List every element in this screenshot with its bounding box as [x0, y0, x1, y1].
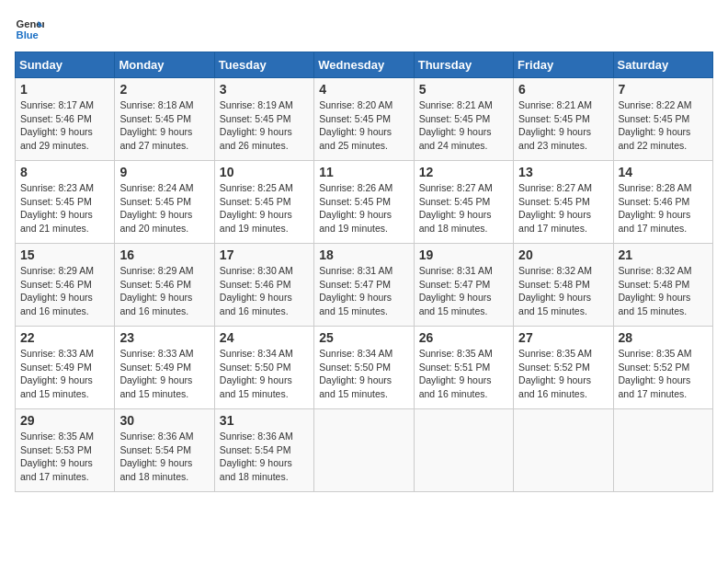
sunrise-label: Sunrise: 8:36 AM — [220, 431, 293, 442]
sunrise-label: Sunrise: 8:21 AM — [419, 99, 493, 110]
daylight-label: Daylight: 9 hours and 24 minutes. — [419, 126, 492, 151]
sunset-label: Sunset: 5:46 PM — [20, 113, 92, 124]
day-info: Sunrise: 8:36 AM Sunset: 5:54 PM Dayligh… — [220, 430, 309, 484]
calendar-cell: 30 Sunrise: 8:36 AM Sunset: 5:54 PM Dayl… — [115, 409, 214, 492]
daylight-label: Daylight: 9 hours and 15 minutes. — [419, 292, 492, 316]
day-info: Sunrise: 8:27 AM Sunset: 5:45 PM Dayligh… — [419, 181, 508, 236]
calendar-cell — [414, 409, 513, 492]
calendar-cell: 13 Sunrise: 8:27 AM Sunset: 5:45 PM Dayl… — [514, 161, 613, 244]
day-info: Sunrise: 8:20 AM Sunset: 5:45 PM Dayligh… — [319, 98, 408, 153]
day-info: Sunrise: 8:35 AM Sunset: 5:52 PM Dayligh… — [518, 347, 608, 401]
sunset-label: Sunset: 5:47 PM — [419, 279, 491, 290]
day-info: Sunrise: 8:34 AM Sunset: 5:50 PM Dayligh… — [220, 347, 309, 401]
daylight-label: Daylight: 9 hours and 17 minutes. — [518, 209, 591, 234]
calendar-cell: 26 Sunrise: 8:35 AM Sunset: 5:51 PM Dayl… — [414, 327, 513, 409]
sunrise-label: Sunrise: 8:26 AM — [319, 182, 392, 193]
sunset-label: Sunset: 5:45 PM — [220, 113, 291, 124]
daylight-label: Daylight: 9 hours and 21 minutes. — [20, 209, 93, 234]
header-day-saturday: Saturday — [613, 52, 712, 78]
week-row: 29 Sunrise: 8:35 AM Sunset: 5:53 PM Dayl… — [16, 409, 713, 492]
day-number: 30 — [119, 413, 209, 428]
daylight-label: Daylight: 9 hours and 15 minutes. — [119, 374, 192, 399]
daylight-label: Daylight: 9 hours and 15 minutes. — [319, 292, 392, 316]
calendar-table: SundayMondayTuesdayWednesdayThursdayFrid… — [15, 52, 713, 492]
sunset-label: Sunset: 5:45 PM — [619, 113, 690, 124]
sunrise-label: Sunrise: 8:22 AM — [619, 99, 692, 110]
logo-icon: General Blue — [15, 15, 44, 44]
calendar-cell — [514, 409, 613, 492]
sunrise-label: Sunrise: 8:32 AM — [518, 265, 592, 276]
calendar-cell: 22 Sunrise: 8:33 AM Sunset: 5:49 PM Dayl… — [16, 327, 115, 409]
sunset-label: Sunset: 5:52 PM — [518, 362, 590, 373]
daylight-label: Daylight: 9 hours and 15 minutes. — [20, 374, 93, 399]
calendar-cell: 19 Sunrise: 8:31 AM Sunset: 5:47 PM Dayl… — [414, 244, 513, 327]
daylight-label: Daylight: 9 hours and 17 minutes. — [619, 209, 691, 234]
sunrise-label: Sunrise: 8:24 AM — [119, 182, 193, 193]
day-info: Sunrise: 8:21 AM Sunset: 5:45 PM Dayligh… — [518, 98, 608, 153]
daylight-label: Daylight: 9 hours and 16 minutes. — [220, 292, 292, 316]
sunset-label: Sunset: 5:48 PM — [619, 279, 690, 290]
daylight-label: Daylight: 9 hours and 15 minutes. — [220, 374, 292, 399]
day-info: Sunrise: 8:24 AM Sunset: 5:45 PM Dayligh… — [119, 181, 209, 236]
daylight-label: Daylight: 9 hours and 18 minutes. — [119, 457, 192, 482]
sunset-label: Sunset: 5:49 PM — [119, 362, 191, 373]
sunrise-label: Sunrise: 8:27 AM — [518, 182, 592, 193]
calendar-cell: 11 Sunrise: 8:26 AM Sunset: 5:45 PM Dayl… — [314, 161, 414, 244]
sunrise-label: Sunrise: 8:17 AM — [20, 99, 94, 110]
calendar-cell: 7 Sunrise: 8:22 AM Sunset: 5:45 PM Dayli… — [613, 78, 712, 161]
daylight-label: Daylight: 9 hours and 29 minutes. — [20, 126, 93, 151]
daylight-label: Daylight: 9 hours and 16 minutes. — [20, 292, 93, 316]
daylight-label: Daylight: 9 hours and 22 minutes. — [619, 126, 691, 151]
day-number: 21 — [619, 247, 708, 262]
sunrise-label: Sunrise: 8:27 AM — [419, 182, 493, 193]
day-info: Sunrise: 8:19 AM Sunset: 5:45 PM Dayligh… — [220, 98, 309, 153]
day-info: Sunrise: 8:23 AM Sunset: 5:45 PM Dayligh… — [20, 181, 109, 236]
calendar-cell: 24 Sunrise: 8:34 AM Sunset: 5:50 PM Dayl… — [214, 327, 313, 409]
header-day-friday: Friday — [514, 52, 613, 78]
sunrise-label: Sunrise: 8:34 AM — [319, 348, 392, 359]
day-number: 16 — [119, 247, 209, 262]
day-info: Sunrise: 8:36 AM Sunset: 5:54 PM Dayligh… — [119, 430, 209, 484]
sunrise-label: Sunrise: 8:36 AM — [119, 431, 193, 442]
day-number: 20 — [518, 247, 608, 262]
daylight-label: Daylight: 9 hours and 27 minutes. — [119, 126, 192, 151]
sunrise-label: Sunrise: 8:28 AM — [619, 182, 692, 193]
sunset-label: Sunset: 5:45 PM — [518, 196, 590, 207]
daylight-label: Daylight: 9 hours and 16 minutes. — [119, 292, 192, 316]
day-number: 24 — [220, 330, 309, 345]
sunrise-label: Sunrise: 8:25 AM — [220, 182, 293, 193]
day-number: 22 — [20, 330, 109, 345]
sunrise-label: Sunrise: 8:33 AM — [20, 348, 94, 359]
day-number: 13 — [518, 165, 608, 179]
calendar-cell: 21 Sunrise: 8:32 AM Sunset: 5:48 PM Dayl… — [613, 244, 712, 327]
header-day-monday: Monday — [115, 52, 214, 78]
day-number: 8 — [20, 165, 109, 179]
sunrise-label: Sunrise: 8:35 AM — [419, 348, 493, 359]
day-info: Sunrise: 8:35 AM Sunset: 5:52 PM Dayligh… — [619, 347, 708, 401]
day-number: 9 — [119, 165, 209, 179]
day-info: Sunrise: 8:31 AM Sunset: 5:47 PM Dayligh… — [419, 264, 508, 318]
daylight-label: Daylight: 9 hours and 18 minutes. — [419, 209, 492, 234]
calendar-cell: 18 Sunrise: 8:31 AM Sunset: 5:47 PM Dayl… — [314, 244, 414, 327]
calendar-cell: 5 Sunrise: 8:21 AM Sunset: 5:45 PM Dayli… — [414, 78, 513, 161]
calendar-cell: 1 Sunrise: 8:17 AM Sunset: 5:46 PM Dayli… — [16, 78, 115, 161]
day-info: Sunrise: 8:28 AM Sunset: 5:46 PM Dayligh… — [619, 181, 708, 236]
day-number: 5 — [419, 82, 508, 97]
sunset-label: Sunset: 5:54 PM — [220, 444, 291, 455]
calendar-cell — [314, 409, 414, 492]
day-info: Sunrise: 8:17 AM Sunset: 5:46 PM Dayligh… — [20, 98, 109, 153]
day-number: 28 — [619, 330, 708, 345]
calendar-cell: 23 Sunrise: 8:33 AM Sunset: 5:49 PM Dayl… — [115, 327, 214, 409]
week-row: 15 Sunrise: 8:29 AM Sunset: 5:46 PM Dayl… — [16, 244, 713, 327]
header-day-sunday: Sunday — [16, 52, 115, 78]
daylight-label: Daylight: 9 hours and 17 minutes. — [619, 374, 691, 399]
day-info: Sunrise: 8:22 AM Sunset: 5:45 PM Dayligh… — [619, 98, 708, 153]
sunset-label: Sunset: 5:45 PM — [518, 113, 590, 124]
day-number: 31 — [220, 413, 309, 428]
calendar-cell: 27 Sunrise: 8:35 AM Sunset: 5:52 PM Dayl… — [514, 327, 613, 409]
day-number: 6 — [518, 82, 608, 97]
sunset-label: Sunset: 5:54 PM — [119, 444, 191, 455]
svg-text:Blue: Blue — [17, 29, 39, 40]
week-row: 22 Sunrise: 8:33 AM Sunset: 5:49 PM Dayl… — [16, 327, 713, 409]
calendar-cell: 31 Sunrise: 8:36 AM Sunset: 5:54 PM Dayl… — [214, 409, 313, 492]
